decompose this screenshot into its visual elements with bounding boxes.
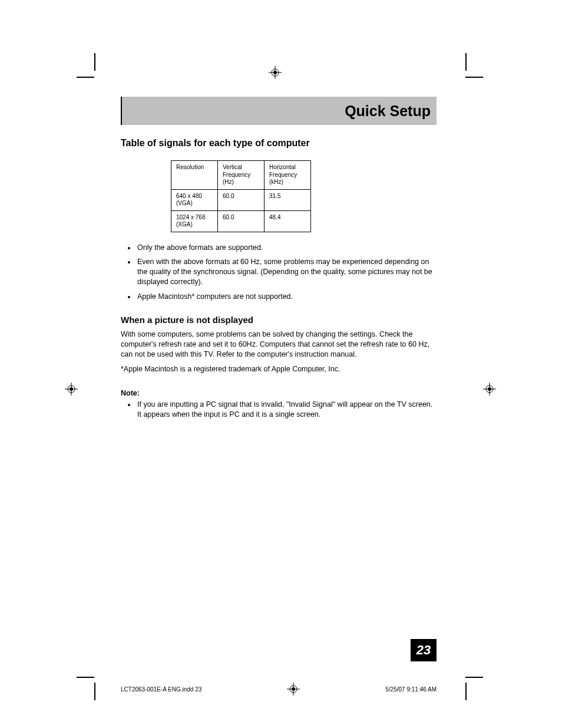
footer-timestamp: 5/25/07 9:11:46 AM: [385, 686, 437, 693]
section-heading: Table of signals for each type of comput…: [121, 138, 437, 149]
footer-file-info: LCT2063-001E-A ENG.indd 23: [121, 686, 201, 693]
list-item: If you are inputting a PC signal that is…: [136, 400, 437, 420]
list-item: Apple Macintosh* computers are not suppo…: [136, 292, 437, 302]
registration-mark-icon: [65, 383, 78, 396]
table-cell: 31.5: [265, 189, 311, 210]
table-row: 1024 x 768 (XGA) 60.0 48.4: [171, 210, 311, 232]
body-text: With some computers, some problems can b…: [121, 330, 437, 360]
table-cell: 60.0: [218, 210, 265, 232]
table-cell: 60.0: [218, 189, 265, 210]
crop-mark-top-right: [454, 59, 477, 83]
page-title: Quick Setup: [345, 103, 431, 120]
section-header-band: Quick Setup: [121, 97, 437, 125]
table-header-cell: Resolution: [171, 161, 218, 190]
table-row: 640 x 480 (VGA) 60.0 31.5: [171, 189, 311, 210]
table-header-cell: Vertical Frequency (Hz): [218, 161, 265, 190]
bullet-list: Only the above formats are supported. Ev…: [121, 243, 437, 302]
table-header-cell: Horizontal Frequency (kHz): [265, 161, 311, 190]
registration-mark-icon: [287, 683, 300, 696]
table-cell: 1024 x 768 (XGA): [171, 210, 218, 232]
table-cell: 48.4: [265, 210, 311, 232]
print-footer: LCT2063-001E-A ENG.indd 23 5/25/07 9:11:…: [121, 683, 437, 696]
bullet-list: If you are inputting a PC signal that is…: [121, 400, 437, 420]
signals-table: Resolution Vertical Frequency (Hz) Horiz…: [171, 160, 311, 232]
registration-mark-icon: [483, 383, 496, 396]
table-cell: 640 x 480 (VGA): [171, 189, 218, 210]
section-heading: When a picture is not displayed: [121, 315, 437, 325]
body-text: *Apple Macintosh is a registered tradema…: [121, 364, 437, 374]
crop-mark-bottom-left: [82, 671, 106, 694]
table-row: Resolution Vertical Frequency (Hz) Horiz…: [171, 161, 311, 190]
crop-mark-bottom-right: [454, 671, 477, 694]
list-item: Even with the above formats at 60 Hz, so…: [136, 257, 437, 287]
note-label: Note:: [121, 389, 437, 397]
crop-mark-top-left: [82, 59, 106, 83]
registration-mark-icon: [269, 66, 282, 79]
page-number: 23: [411, 639, 437, 661]
list-item: Only the above formats are supported.: [136, 243, 437, 253]
